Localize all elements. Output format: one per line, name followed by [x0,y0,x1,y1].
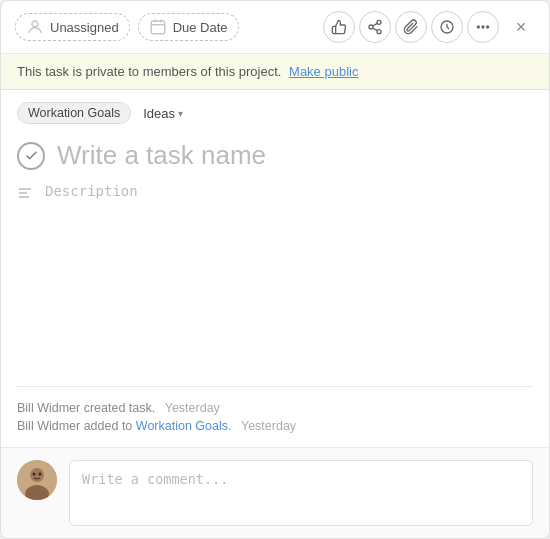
paperclip-icon [403,19,419,35]
workation-goals-link[interactable]: Workation Goals. [136,419,232,433]
comment-input[interactable] [82,471,520,511]
svg-line-9 [373,23,378,26]
toolbar: Unassigned Due Date [1,1,549,54]
toolbar-left: Unassigned Due Date [15,13,315,41]
svg-point-6 [369,25,373,29]
svg-point-12 [482,26,484,28]
more-icon [475,19,491,35]
activity-timestamp-2: Yesterday [241,419,296,433]
checkmark-icon [24,148,39,163]
share-icon [367,19,383,35]
svg-point-7 [377,30,381,34]
activity-section: Bill Widmer created task. Yesterday Bill… [1,395,549,447]
comment-input-box[interactable] [69,460,533,526]
toolbar-right: × [323,11,535,43]
calendar-icon [149,18,167,36]
activity-timestamp-1: Yesterday [165,401,220,415]
activity-divider [17,386,533,387]
timer-button[interactable] [431,11,463,43]
content-spacer [1,219,549,378]
activity-item-1: Bill Widmer created task. Yesterday [17,401,533,415]
complete-button[interactable] [17,142,45,170]
svg-point-11 [478,26,480,28]
tag-ideas-label: Ideas [143,106,175,121]
svg-line-8 [373,28,378,31]
avatar-image [17,460,57,500]
svg-point-5 [377,20,381,24]
svg-point-20 [33,473,36,476]
task-panel: Unassigned Due Date [0,0,550,539]
avatar [17,460,57,500]
share-button[interactable] [359,11,391,43]
tag-ideas-dropdown[interactable]: Ideas ▾ [137,103,189,124]
thumbs-up-icon [331,19,347,35]
activity-text-2: Bill Widmer added to [17,419,136,433]
more-button[interactable] [467,11,499,43]
privacy-banner: This task is private to members of this … [1,54,549,90]
due-date-label: Due Date [173,20,228,35]
clock-icon [439,19,455,35]
thumbs-up-button[interactable] [323,11,355,43]
chevron-down-icon: ▾ [178,108,183,119]
privacy-message: This task is private to members of this … [17,64,281,79]
activity-text-1: Bill Widmer created task. [17,401,155,415]
make-public-link[interactable]: Make public [289,64,358,79]
attach-button[interactable] [395,11,427,43]
tags-row: Workation Goals Ideas ▾ [1,90,549,132]
svg-point-21 [39,473,42,476]
tag-workation-goals[interactable]: Workation Goals [17,102,131,124]
description-row [1,175,549,219]
assignee-pill[interactable]: Unassigned [15,13,130,41]
description-input[interactable] [45,183,533,215]
task-name-row [1,132,549,175]
person-icon [26,18,44,36]
svg-rect-1 [151,21,165,34]
assignee-label: Unassigned [50,20,119,35]
task-name-input[interactable] [57,140,533,171]
svg-point-13 [487,26,489,28]
comment-section [1,447,549,538]
description-icon [17,185,33,205]
due-date-pill[interactable]: Due Date [138,13,239,41]
activity-item-2: Bill Widmer added to Workation Goals. Ye… [17,419,533,433]
svg-point-18 [30,468,44,482]
svg-point-0 [32,21,38,27]
close-button[interactable]: × [507,13,535,41]
